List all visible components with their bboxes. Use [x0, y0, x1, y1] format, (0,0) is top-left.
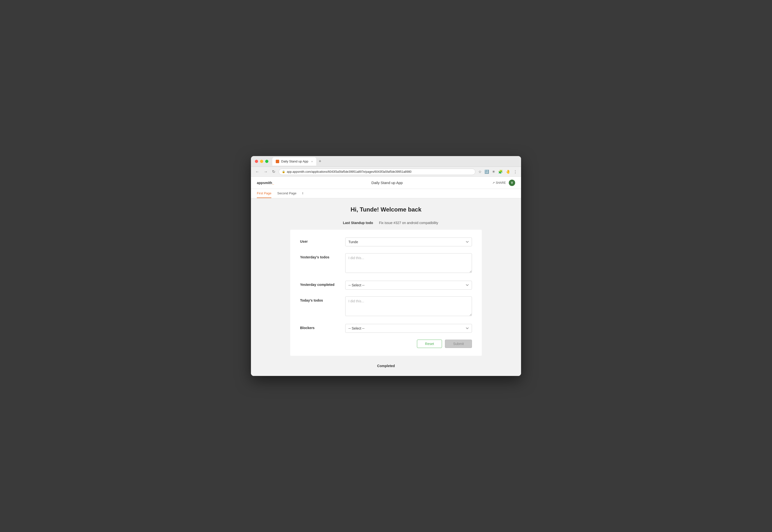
yesterday-todos-row: Yesterday's todos: [300, 253, 472, 274]
blockers-row: Blockers -- Select --: [300, 324, 472, 333]
tab-third-page[interactable]: I: [302, 189, 303, 198]
refresh-button[interactable]: ↻: [271, 169, 276, 174]
standup-info: Last Standup todo Fix issue #327 on andr…: [257, 221, 515, 225]
form-card: User Tunde Yesterday's todos: [290, 230, 482, 356]
blockers-control: -- Select --: [345, 324, 472, 333]
yesterday-completed-select[interactable]: -- Select --: [345, 281, 472, 290]
ext-icon-3[interactable]: 🧩: [498, 169, 503, 174]
avatar: V: [509, 180, 515, 186]
minimize-button[interactable]: [260, 160, 263, 163]
user-label: User: [300, 238, 339, 243]
today-todos-input[interactable]: [345, 296, 472, 316]
page-tabs: First Page Second Page I: [251, 189, 521, 198]
tab-favicon: [276, 160, 279, 163]
completed-label: Completed: [377, 364, 395, 368]
lock-icon: 🔒: [282, 170, 285, 173]
app-logo: appsmith_: [257, 181, 274, 185]
today-todos-label: Today's todos: [300, 296, 339, 302]
browser-actions: ☆ 🔢 ✳ 🧩 🤚 ⋮: [478, 169, 518, 174]
yesterday-todos-label: Yesterday's todos: [300, 253, 339, 259]
url-bar[interactable]: 🔒 app.appsmith.com/applications/6043f3a5…: [279, 169, 476, 175]
tab-close-icon[interactable]: ×: [311, 160, 313, 163]
ext-icon-2[interactable]: ✳: [492, 169, 496, 174]
app-nav: appsmith_ Daily Stand up App ↗ SHARE V: [251, 177, 521, 189]
submit-button[interactable]: Submit: [445, 340, 472, 348]
back-button[interactable]: ←: [254, 169, 260, 174]
new-tab-button[interactable]: +: [317, 159, 323, 164]
app-content: appsmith_ Daily Stand up App ↗ SHARE V F…: [251, 177, 521, 376]
last-standup-label: Last Standup todo: [334, 221, 373, 225]
browser-window: Daily Stand up App × + ← → ↻ 🔒 app.appsm…: [251, 156, 521, 376]
today-todos-row: Today's todos: [300, 296, 472, 317]
user-control: Tunde: [345, 238, 472, 246]
address-bar: ← → ↻ 🔒 app.appsmith.com/applications/60…: [251, 167, 521, 177]
title-bar: Daily Stand up App × +: [251, 156, 521, 167]
reset-button[interactable]: Reset: [417, 340, 442, 348]
button-row: Reset Submit: [300, 340, 472, 348]
tab-first-page[interactable]: First Page: [257, 189, 271, 198]
tab-second-page[interactable]: Second Page: [277, 189, 296, 198]
more-menu-button[interactable]: ⋮: [513, 169, 518, 174]
yesterday-todos-control: [345, 253, 472, 274]
blockers-label: Blockers: [300, 324, 339, 330]
maximize-button[interactable]: [265, 160, 268, 163]
close-button[interactable]: [255, 160, 258, 163]
app-title: Daily Stand up App: [282, 181, 492, 185]
forward-button[interactable]: →: [263, 169, 269, 174]
blockers-select[interactable]: -- Select --: [345, 324, 472, 333]
yesterday-completed-row: Yesterday completed -- Select --: [300, 281, 472, 290]
share-icon: ↗: [492, 181, 495, 185]
welcome-heading: Hi, Tunde! Welcome back: [257, 206, 515, 213]
tab-area: Daily Stand up App × +: [272, 157, 323, 166]
url-text: app.appsmith.com/applications/6043f3a5fa…: [287, 170, 412, 173]
today-todos-control: [345, 296, 472, 317]
main-area: Hi, Tunde! Welcome back Last Standup tod…: [251, 198, 521, 376]
yesterday-completed-label: Yesterday completed: [300, 281, 339, 287]
tab-title: Daily Stand up App: [281, 160, 308, 163]
user-select[interactable]: Tunde: [345, 238, 472, 246]
completed-section: Completed: [257, 364, 515, 368]
share-button[interactable]: ↗ SHARE: [492, 181, 506, 185]
user-row: User Tunde: [300, 238, 472, 246]
ext-icon-4[interactable]: 🤚: [505, 169, 511, 174]
browser-tab[interactable]: Daily Stand up App ×: [272, 157, 316, 166]
yesterday-todos-input[interactable]: [345, 253, 472, 273]
traffic-lights: [255, 160, 268, 163]
last-standup-value: Fix issue #327 on android compatibility: [379, 221, 438, 225]
bookmark-button[interactable]: ☆: [478, 169, 482, 174]
yesterday-completed-control: -- Select --: [345, 281, 472, 290]
ext-icon-1[interactable]: 🔢: [484, 169, 490, 174]
